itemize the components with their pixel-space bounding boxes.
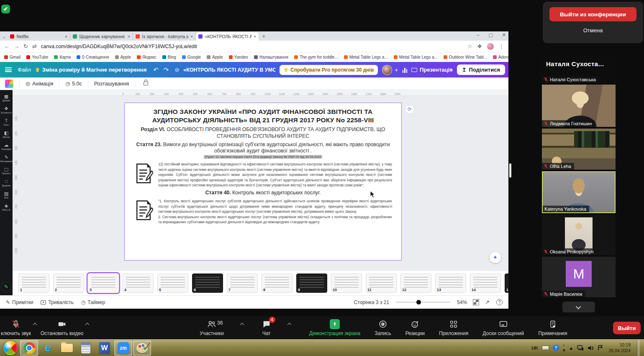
slide-thumbnail[interactable]: 9	[296, 273, 327, 293]
design-title[interactable]: «КОНТРОЛЬ ЯКОСТІ АУДИТУ В УМОВАХ ЄВРОІНТ…	[183, 67, 275, 73]
bookmark-item[interactable]: Yandex	[229, 55, 248, 59]
participant-tile[interactable]: Людмила Гнатишин	[542, 85, 616, 127]
sidebar-item[interactable]: ▦ Дизайн	[0, 93, 13, 103]
participant-tile[interactable]: Oksana Prokopyshyn	[542, 215, 616, 255]
cancel-button[interactable]: Отмена	[583, 27, 603, 34]
share-button[interactable]: ↥Поділитися	[457, 64, 505, 75]
position-button[interactable]: Розташування	[94, 81, 129, 87]
slide-thumbnail[interactable]: 15	[505, 273, 508, 293]
network-icon[interactable]	[577, 345, 584, 351]
zoom-level[interactable]: 54%	[457, 299, 467, 305]
sidebar-item[interactable]: ∷ Додатки	[0, 178, 13, 188]
bookmark-item[interactable]: Apple	[115, 55, 131, 59]
duration-toggle[interactable]: Тривалість	[41, 299, 73, 305]
participants-options-chevron[interactable]	[240, 323, 244, 327]
duration-button[interactable]: ◷5.0с	[65, 80, 82, 87]
panel-resize-handle[interactable]	[509, 163, 511, 178]
leave-conference-button[interactable]: Выйти из конференции	[549, 7, 636, 21]
browser-tab[interactable]: Із зірочкою - kateryna.syroti ✕	[133, 32, 196, 41]
slide-thumbnail[interactable]: 10	[331, 273, 362, 293]
new-tab-button[interactable]: +	[262, 33, 265, 39]
taskbar-word[interactable]: W	[95, 341, 113, 356]
help-icon[interactable]: ?	[496, 299, 503, 305]
sidebar-item[interactable]: ❖ Елементи	[0, 105, 13, 116]
chat-button[interactable]: 4 Чат	[262, 319, 271, 336]
taskbar-zoom[interactable]: zm	[114, 341, 132, 356]
share-screen-button[interactable]: Демонстрация экрана	[309, 319, 361, 336]
close-button[interactable]: ✕	[502, 32, 506, 38]
bookmark-item[interactable]: Gmail	[4, 55, 21, 59]
insights-icon[interactable]	[403, 67, 408, 73]
taskbar-file-explorer[interactable]	[58, 341, 76, 356]
leave-button[interactable]: Выйти	[613, 322, 641, 334]
slide-thumbnail[interactable]: 13	[435, 273, 466, 293]
start-button[interactable]	[1, 341, 19, 356]
canva-assistant-button[interactable]: ✦	[490, 252, 501, 263]
minimize-button[interactable]: –	[477, 32, 479, 38]
bookmark-item[interactable]: Metal Table Legs a...	[344, 55, 388, 59]
hamburger-menu-icon[interactable]	[5, 67, 12, 72]
rotate-refresh-icon[interactable]: ⟳	[405, 105, 414, 114]
stop-video-button[interactable]: Остановить видео	[41, 319, 83, 336]
canvas-area[interactable]: 1002003004005006007008009001000 ЗГІДНО З…	[13, 96, 508, 271]
site-info-icon[interactable]: ⇄	[32, 43, 37, 49]
slide-thumbnail[interactable]: 8	[262, 273, 292, 293]
resize-button[interactable]: ♛Зміна розміру й Магічне перетворення	[35, 67, 146, 73]
url-input[interactable]: canva.com/design/DAGDKuqBM7w/Q0ck2oVNkYF…	[41, 44, 463, 49]
slide-thumbnail[interactable]: 6	[192, 273, 223, 293]
action-center-flag-icon[interactable]	[598, 345, 603, 351]
unmute-button[interactable]: ключить звук	[1, 319, 31, 336]
show-desktop-button[interactable]	[637, 340, 640, 356]
bookmark-item[interactable]: Карти	[54, 55, 71, 59]
profile-avatar[interactable]	[487, 43, 494, 50]
browser-tab[interactable]: Щоденник харчування та тр ✕	[70, 32, 133, 41]
bookmark-item[interactable]: The gym for toddle...	[294, 55, 338, 59]
window-tray-icon[interactable]: ▫▾	[563, 343, 565, 353]
bookmark-item[interactable]: Adorable animals t...	[493, 55, 508, 59]
browser-tab[interactable]: Netflix ✕	[8, 32, 70, 41]
whiteboards-button[interactable]: Доски сообщений	[482, 319, 524, 336]
try-pro-button[interactable]: ♛Спробувати Pro протягом 30 днів	[280, 65, 378, 75]
hidden-icons-arrow[interactable]: ▲	[569, 346, 574, 351]
bookmark-item[interactable]: Apple	[207, 55, 223, 59]
zoom-slider-knob[interactable]	[416, 300, 421, 304]
sidebar-item[interactable]: ▨ Фон	[0, 190, 13, 201]
help-tray-icon[interactable]: ?	[553, 345, 559, 351]
animate-button[interactable]: ◎Анімація	[26, 80, 53, 87]
bookmark-item[interactable]: Metal Table Legs a...	[394, 55, 438, 59]
fullscreen-icon[interactable]: ↗	[485, 299, 490, 305]
participant-tile[interactable]: M Марія Василюк	[542, 257, 616, 297]
bookmark-item[interactable]: Bing	[162, 55, 176, 59]
sidebar-item[interactable]: ✎ Малювання	[0, 153, 13, 164]
slide-thumbnail[interactable]: 7	[227, 273, 258, 293]
extension-icon[interactable]: ❖	[477, 43, 482, 49]
clock[interactable]: 10:19 26.04.2024	[608, 342, 631, 353]
tab-close-icon[interactable]: ✕	[65, 35, 68, 39]
bookmark-item[interactable]: YouTube	[26, 55, 48, 59]
slide-thumbnail[interactable]: 1	[18, 273, 49, 293]
keyboard-icon[interactable]	[542, 346, 549, 350]
bookmark-item[interactable]: Google	[182, 55, 201, 59]
slide-thumbnail[interactable]: 14	[470, 273, 501, 293]
notes-button[interactable]: ✎Примітки	[6, 299, 33, 305]
tab-search-icon[interactable]: ⌄	[3, 34, 6, 39]
bookmark-item[interactable]: 0 Сповіщення	[77, 55, 109, 59]
file-menu[interactable]: Файл	[18, 67, 31, 73]
add-member-icon[interactable]: +	[395, 67, 398, 73]
slide-thumbnail[interactable]: 5	[157, 273, 188, 293]
slide-thumbnail[interactable]: 3	[88, 273, 119, 293]
participant-tile[interactable]: Наталя Сухоста... Наталя Сухоставська	[542, 54, 616, 83]
slide-page[interactable]: ЗГІДНО ЗАКОНУ УКРАЇНИ «ПРО АУДИТ ФІНАНСО…	[124, 103, 402, 261]
menu-dots-icon[interactable]: ⋮	[499, 43, 504, 49]
record-button[interactable]: Запись	[375, 319, 391, 336]
participant-tile-active-speaker[interactable]: Kateryna Yankovska	[542, 171, 616, 213]
language-indicator[interactable]: UK	[531, 346, 538, 351]
grid-view-icon[interactable]	[474, 300, 478, 304]
zoom-slider[interactable]	[396, 302, 450, 303]
taskbar-calculator[interactable]	[77, 341, 95, 356]
sidebar-item[interactable]: ☁ Передані	[0, 141, 13, 152]
participant-tile[interactable]: Olha Leha	[542, 129, 616, 170]
draw-pencil-button[interactable]: ✎	[1, 282, 11, 292]
tab-close-icon[interactable]: ✕	[254, 35, 257, 39]
maximize-button[interactable]: ▢	[488, 32, 493, 38]
